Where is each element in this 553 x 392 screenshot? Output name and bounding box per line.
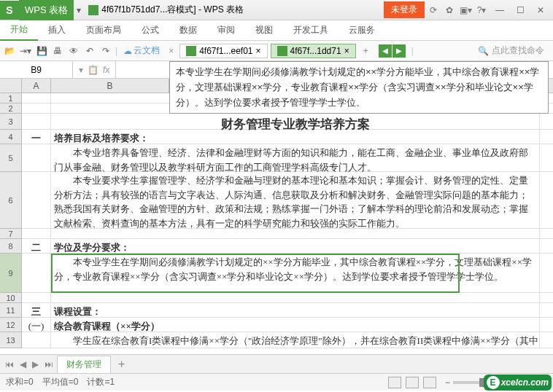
app-title: WPS 表格 [19, 0, 74, 20]
export-icon[interactable]: ⇥▾ [19, 44, 32, 58]
tab-next-button[interactable]: ▶ [392, 44, 406, 58]
tab1-close-icon[interactable]: × [256, 46, 261, 56]
sheet-first-icon[interactable]: ⏮ [3, 359, 16, 369]
fb-dropdown-icon[interactable]: ▾ [79, 65, 83, 75]
sec3-num: 三 [22, 303, 51, 317]
zoom-out-icon[interactable]: − [445, 377, 450, 388]
tab2-close-icon[interactable]: × [344, 46, 349, 56]
doc-title: 财务管理专业教学培养方案 [51, 114, 540, 129]
wps-logo: S [0, 1, 19, 20]
sheet-last-icon[interactable]: ⏭ [42, 359, 55, 369]
row-header-9[interactable]: 9 [0, 254, 22, 293]
file-icon [277, 46, 287, 56]
status-count: 计数=1 [87, 376, 115, 388]
col-header-b[interactable]: B [51, 79, 169, 93]
status-sum: 求和=0 [6, 376, 34, 388]
open-icon[interactable]: 📂 [3, 44, 16, 58]
menu-data[interactable]: 数据 [169, 20, 207, 41]
para-r5: 本专业培养具备管理、经济、法律和金融理财等方面的知识和能力，能在工商、金融企业、… [51, 144, 540, 171]
row-header-11[interactable]: 11 [0, 303, 22, 318]
menu-start[interactable]: 开始 [0, 20, 38, 41]
para-r9: 本专业学生在学期间必须修满教学计划规定的××学分方能毕业，其中综合教育课程××学… [51, 254, 540, 292]
cloud-label: 云文档 [134, 44, 160, 57]
row-header-12[interactable]: 12 [0, 318, 22, 332]
tab-close-1[interactable]: × [166, 46, 177, 56]
status-avg: 平均值=0 [42, 376, 79, 388]
sheet-tab-1[interactable]: 财务管理 [57, 356, 111, 373]
minimize-button[interactable]: — [490, 1, 509, 19]
title-filename: 4f67f1b751dd7...容模式] - WPS 表格 [84, 4, 248, 16]
skin-icon[interactable]: ▣▾ [458, 3, 473, 17]
filename-text: 4f67f1b751dd7...容模式] - WPS 表格 [101, 4, 244, 16]
help-icon[interactable]: ?▾ [474, 3, 489, 17]
fx-icon[interactable]: fx [103, 65, 109, 75]
close-button[interactable]: ✕ [531, 1, 550, 19]
undo-icon[interactable]: ↶ [83, 44, 96, 58]
login-status[interactable]: 未登录 [384, 1, 425, 18]
tab-prev-button[interactable]: ◀ [379, 44, 392, 58]
row-header-13[interactable]: 13 [0, 332, 22, 348]
file-icon [186, 46, 196, 56]
title-dropdown-icon[interactable]: ▾ [74, 5, 84, 15]
menu-view[interactable]: 视图 [245, 20, 283, 41]
add-tab-icon[interactable]: + [359, 46, 373, 56]
tab1-label: 4f67f1...eef01 [199, 46, 252, 56]
view-normal-icon[interactable] [388, 377, 401, 388]
file-icon [88, 5, 98, 15]
search-placeholder: 点此查找命令 [492, 44, 544, 57]
menu-layout[interactable]: 页面布局 [76, 20, 131, 41]
row-header-5[interactable]: 5 [0, 144, 22, 172]
col-header-a[interactable]: A [22, 79, 51, 93]
sheet-prev-icon[interactable]: ◀ [18, 359, 28, 369]
cloud-icon: ☁ [123, 46, 132, 56]
command-search[interactable]: 🔍 点此查找命令 [478, 44, 550, 57]
row-header-8[interactable]: 8 [0, 239, 22, 254]
add-sheet-icon[interactable]: + [112, 358, 131, 371]
menu-review[interactable]: 审阅 [207, 20, 245, 41]
menu-cloud[interactable]: 云服务 [339, 20, 385, 41]
row-header-7[interactable]: 7 [0, 229, 22, 239]
sheet-next-icon[interactable]: ▶ [30, 359, 41, 369]
sub1-num: (一) [22, 318, 51, 332]
sec1-num: 一 [22, 130, 51, 144]
sec1-title: 培养目标及培养要求： [51, 130, 540, 144]
row-header-2[interactable]: 2 [0, 103, 22, 114]
row-header-4[interactable]: 4 [0, 130, 22, 144]
menu-insert[interactable]: 插入 [38, 20, 76, 41]
view-break-icon[interactable] [423, 377, 436, 388]
preview-icon[interactable]: 👁 [67, 44, 80, 58]
para-r6: 本专业要求学生掌握管理学、经济学和金融与理财的基本理论和基本知识；掌握会计、财务… [51, 172, 540, 228]
tab2-label: 4f67f...1dd71 [290, 46, 341, 56]
maximize-button[interactable]: ☐ [511, 1, 530, 19]
search-icon: 🔍 [478, 46, 489, 56]
fb-copy-icon[interactable]: 📋 [88, 65, 98, 75]
doc-tab-2[interactable]: 4f67f...1dd71 × [271, 44, 356, 58]
menu-formula[interactable]: 公式 [131, 20, 169, 41]
view-page-icon[interactable] [406, 377, 419, 388]
row-header-6[interactable]: 6 [0, 172, 22, 229]
row-header-3[interactable]: 3 [0, 114, 22, 130]
print-icon[interactable]: 🖶 [51, 44, 64, 58]
watermark: Excelcn.com [484, 375, 552, 391]
sub1-title: 综合教育课程（××学分） [51, 318, 540, 332]
cloud-docs[interactable]: ☁ 云文档 [120, 44, 163, 57]
row-header-10[interactable]: 10 [0, 293, 22, 303]
doc-tab-1[interactable]: 4f67f1...eef01 × [179, 44, 267, 58]
row-header-1[interactable]: 1 [0, 93, 22, 103]
cell-tooltip: 本专业学生在学期间必须修满教学计划规定的××学分方能毕业，其中综合教育课程××学… [169, 61, 549, 114]
redo-icon[interactable]: ↷ [99, 44, 112, 58]
save-icon[interactable]: 💾 [35, 44, 48, 58]
sec3-title: 课程设置： [51, 303, 540, 317]
name-box[interactable]: B9 [0, 61, 73, 79]
select-all-corner[interactable] [0, 79, 22, 93]
watermark-text: xcelcn.com [501, 377, 549, 388]
settings-icon[interactable]: ✿ [442, 3, 457, 17]
sync-icon[interactable]: ⟳ [426, 3, 441, 17]
sec2-num: 二 [22, 239, 51, 253]
menu-dev[interactable]: 开发工具 [283, 20, 339, 41]
para-r13: 学生应在综合教育I类课程中修满××学分（"政治经济学原理"除外），并在综合教育I… [51, 332, 540, 348]
sec2-title: 学位及学分要求： [51, 239, 540, 253]
